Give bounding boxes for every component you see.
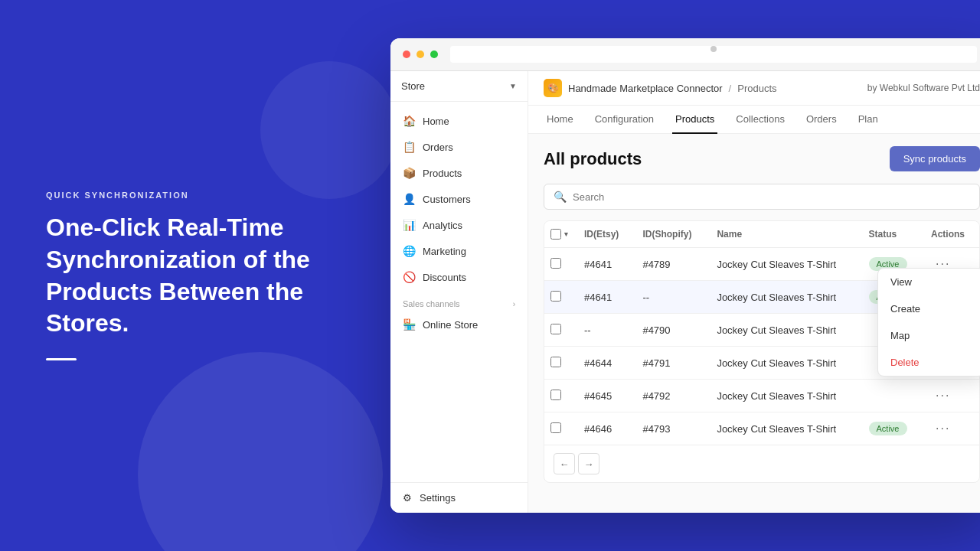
- store-selector[interactable]: Store ▼: [390, 71, 528, 102]
- app-mockup: Store ▼ 🏠 Home 📋 Orders 📦 Products: [360, 0, 980, 551]
- tab-plan[interactable]: Plan: [855, 106, 881, 134]
- tab-products[interactable]: Products: [672, 106, 717, 134]
- cell-name: Jockey Cut Sleaves T-Shirt: [707, 380, 859, 412]
- home-icon: 🏠: [403, 115, 415, 127]
- col-id-etsy: ID(Etsy): [575, 221, 633, 248]
- cell-name: Jockey Cut Sleaves T-Shirt: [707, 248, 859, 281]
- browser-dot-yellow[interactable]: [416, 51, 424, 58]
- settings-label: Settings: [420, 492, 456, 504]
- tab-collections[interactable]: Collections: [733, 106, 788, 134]
- store-label: Store: [401, 80, 425, 92]
- sidebar-item-online-store[interactable]: 🏪 Online Store: [390, 311, 528, 337]
- cell-id-etsy: --: [575, 314, 633, 347]
- cell-id-shopify: #4793: [633, 412, 707, 445]
- search-input[interactable]: [573, 191, 970, 203]
- sales-channels-arrow-icon: ›: [513, 300, 515, 308]
- browser-url-bar: [450, 46, 977, 63]
- sidebar-settings[interactable]: ⚙ Settings: [390, 482, 528, 513]
- headline: One-Click Real-Time Synchronization of t…: [46, 212, 314, 339]
- context-menu-item-view[interactable]: View: [878, 269, 980, 295]
- row-checkbox[interactable]: [550, 357, 561, 367]
- cell-id-shopify: --: [633, 281, 707, 314]
- main-area: 🎨 Handmade Marketplace Connector / Produ…: [528, 71, 980, 513]
- sidebar-item-label: Home: [423, 116, 449, 127]
- analytics-icon: 📊: [403, 219, 415, 231]
- tab-configuration[interactable]: Configuration: [592, 106, 657, 134]
- next-page-button[interactable]: →: [578, 453, 599, 474]
- customers-icon: 👤: [403, 193, 415, 205]
- cell-name: Jockey Cut Sleaves T-Shirt: [707, 281, 859, 314]
- discounts-icon: 🚫: [403, 271, 415, 283]
- search-icon: 🔍: [554, 191, 567, 203]
- sidebar-item-label: Discounts: [423, 272, 466, 283]
- select-all-checkbox[interactable]: [550, 229, 561, 240]
- sync-products-button[interactable]: Sync products: [890, 146, 980, 171]
- cell-actions: ···: [922, 412, 979, 445]
- settings-icon: ⚙: [403, 492, 412, 504]
- row-checkbox[interactable]: [550, 258, 561, 269]
- sidebar-item-label: Marketing: [423, 246, 466, 257]
- context-menu-item-map[interactable]: Map: [878, 322, 980, 349]
- checkbox-dropdown-arrow-icon[interactable]: ▾: [564, 230, 568, 238]
- sales-channels-label: Sales channels ›: [390, 290, 528, 311]
- sidebar-item-analytics[interactable]: 📊 Analytics: [390, 212, 528, 238]
- context-menu-item-delete[interactable]: Delete: [878, 349, 980, 376]
- cell-id-etsy: #4646: [575, 412, 633, 445]
- sidebar: Store ▼ 🏠 Home 📋 Orders 📦 Products: [390, 71, 528, 513]
- sidebar-item-marketing[interactable]: 🌐 Marketing: [390, 238, 528, 264]
- context-menu-item-create[interactable]: Create: [878, 295, 980, 322]
- browser-window: Store ▼ 🏠 Home 📋 Orders 📦 Products: [390, 38, 980, 513]
- browser-dot-green[interactable]: [430, 51, 438, 58]
- cell-actions: ···: [922, 380, 979, 412]
- cell-id-shopify: #4789: [633, 248, 707, 281]
- orders-icon: 📋: [403, 141, 415, 153]
- col-id-shopify: ID(Shopify): [633, 221, 707, 248]
- row-actions-button[interactable]: ···: [931, 420, 955, 437]
- cell-id-etsy: #4645: [575, 380, 633, 412]
- row-checkbox[interactable]: [550, 422, 561, 433]
- status-badge: Active: [869, 422, 907, 435]
- cell-id-shopify: #4792: [633, 380, 707, 412]
- browser-dot-red[interactable]: [403, 51, 410, 58]
- prev-page-button[interactable]: ←: [554, 453, 575, 474]
- cell-id-etsy: #4641: [575, 281, 633, 314]
- subtitle: QUICK SYNCHRONIZATION: [46, 191, 314, 200]
- row-actions-button[interactable]: ···: [931, 387, 955, 404]
- app-name: Handmade Marketplace Connector: [568, 83, 723, 94]
- sidebar-item-label: Online Store: [423, 319, 478, 331]
- context-menu: ViewCreateMapDelete: [877, 268, 980, 377]
- sidebar-item-home[interactable]: 🏠 Home: [390, 108, 528, 134]
- cell-id-etsy: #4644: [575, 347, 633, 380]
- cell-status: [860, 380, 923, 412]
- row-checkbox[interactable]: [550, 324, 561, 334]
- top-bar-right: by Webkul Software Pvt Ltd: [867, 83, 980, 93]
- sidebar-item-discounts[interactable]: 🚫 Discounts: [390, 264, 528, 290]
- browser-chrome: [390, 38, 980, 71]
- divider: [46, 358, 77, 360]
- sidebar-item-label: Orders: [423, 142, 453, 153]
- products-icon: 📦: [403, 167, 415, 179]
- sidebar-item-orders[interactable]: 📋 Orders: [390, 134, 528, 160]
- col-actions: Actions: [922, 221, 979, 248]
- tab-home[interactable]: Home: [544, 106, 577, 134]
- checkbox-header: ▾: [550, 229, 569, 240]
- sidebar-item-label: Customers: [423, 194, 471, 205]
- cell-name: Jockey Cut Sleaves T-Shirt: [707, 412, 859, 445]
- app-content: Store ▼ 🏠 Home 📋 Orders 📦 Products: [390, 71, 980, 513]
- col-name: Name: [707, 221, 859, 248]
- sidebar-item-products[interactable]: 📦 Products: [390, 160, 528, 186]
- tab-orders[interactable]: Orders: [803, 106, 840, 134]
- cell-id-shopify: #4790: [633, 314, 707, 347]
- row-checkbox[interactable]: [550, 390, 561, 400]
- page-title: All products: [544, 149, 642, 169]
- browser-url-indicator: [710, 46, 717, 52]
- search-bar: 🔍: [544, 184, 980, 210]
- page-content: All products Sync products 🔍: [528, 134, 980, 513]
- cell-id-shopify: #4791: [633, 347, 707, 380]
- page-header: All products Sync products: [544, 146, 980, 171]
- sidebar-item-customers[interactable]: 👤 Customers: [390, 186, 528, 212]
- top-bar-left: 🎨 Handmade Marketplace Connector / Produ…: [544, 79, 777, 97]
- sidebar-item-label: Analytics: [423, 220, 462, 231]
- store-chevron-icon: ▼: [509, 82, 517, 90]
- row-checkbox[interactable]: [550, 291, 561, 302]
